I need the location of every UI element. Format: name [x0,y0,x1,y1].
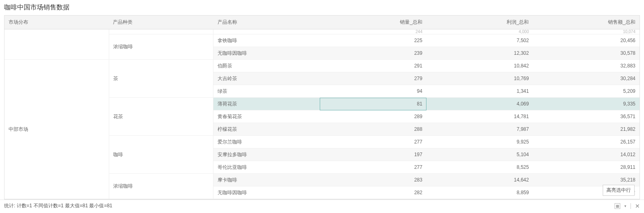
qty-cell[interactable]: 291 [320,60,426,72]
col-product[interactable]: 产品名称 [213,16,320,29]
status-text: 统计: 计数=1 不同值计数=1 最大值=81 最小值=81 [4,202,112,209]
product-cell: 伯爵茶 [213,60,320,72]
profit-cell[interactable]: 12,302 [426,47,533,60]
col-profit[interactable]: 利润_总和 [426,16,533,29]
col-market[interactable]: 市场分布 [4,16,109,29]
revenue-cell[interactable]: 32,883 [533,60,640,72]
product-cell: 无咖啡因咖啡 [213,186,320,199]
col-revenue[interactable]: 销售额_总和 [533,16,640,29]
profit-cell[interactable]: 14,642 [426,174,533,186]
revenue-cell[interactable]: 20,456 [533,34,640,47]
qty-cell[interactable]: 288 [320,123,426,136]
revenue-cell[interactable]: 14,012 [533,148,640,161]
table-row[interactable]: 244 4,000 10,074 [4,29,640,34]
close-icon[interactable]: ✕ [635,203,640,209]
qty-cell[interactable]: 239 [320,47,426,60]
revenue-cell[interactable]: 28,911 [533,161,640,174]
revenue-cell[interactable]: 9,335 [533,98,640,110]
profit-cell[interactable]: 10,842 [426,60,533,72]
data-table: 市场分布 产品种类 产品名称 销量_总和 利润_总和 销售额_总和 244 4,… [4,16,640,199]
qty-cell[interactable]: 94 [320,85,426,98]
product-cell: 大吉岭茶 [213,72,320,85]
product-cell: 无咖啡因咖啡 [213,47,320,60]
profit-cell[interactable]: 4,000 [426,29,533,34]
revenue-cell[interactable]: 26,157 [533,136,640,148]
profit-cell[interactable]: 10,769 [426,72,533,85]
market-cell: 中部市场 [4,60,109,199]
product-cell: 摩卡咖啡 [213,174,320,186]
profit-cell[interactable]: 4,069 [426,98,533,110]
product-cell: 薄荷花茶 [213,98,320,110]
category-cell: 花茶 [109,98,213,136]
category-cell: 浓缩咖啡 [109,174,213,199]
product-cell: 绿茶 [213,85,320,98]
page-title: 咖啡中国市场销售数据 [4,3,640,12]
product-cell: 哥伦比亚咖啡 [213,161,320,174]
revenue-cell[interactable]: 30,284 [533,72,640,85]
table-row[interactable]: 中部市场 茶 伯爵茶 291 10,842 32,883 [4,60,640,72]
profit-cell[interactable]: 8,859 [426,186,533,199]
market-cell [4,29,109,60]
col-category[interactable]: 产品种类 [109,16,213,29]
qty-cell[interactable]: 279 [320,72,426,85]
product-cell: 安摩拉多咖啡 [213,148,320,161]
revenue-cell[interactable]: 30,578 [533,47,640,60]
header-row: 市场分布 产品种类 产品名称 销量_总和 利润_总和 销售额_总和 [4,16,640,29]
product-cell: 爱尔兰咖啡 [213,136,320,148]
profit-cell[interactable]: 9,925 [426,136,533,148]
category-cell: 茶 [109,60,213,98]
status-bar: 统计: 计数=1 不同值计数=1 最大值=81 最小值=81 ▦ ▾ ✕ [0,200,644,212]
qty-cell[interactable]: 277 [320,161,426,174]
view-mode-icon[interactable]: ▦ [615,203,620,209]
product-cell: 拿铁咖啡 [213,34,320,47]
revenue-cell[interactable]: 5,209 [533,85,640,98]
revenue-cell[interactable]: 35,218 [533,174,640,186]
dropdown-icon[interactable]: ▾ [624,204,626,208]
qty-cell[interactable]: 277 [320,136,426,148]
qty-cell[interactable]: 244 [320,29,426,34]
product-cell: 黄春菊花茶 [213,110,320,123]
revenue-cell[interactable]: 36,571 [533,110,640,123]
profit-cell[interactable]: 5,104 [426,148,533,161]
category-cell: 浓缩咖啡 [109,34,213,60]
qty-cell[interactable]: 225 [320,34,426,47]
product-cell [213,29,320,34]
qty-cell-selected[interactable]: 81 [320,98,426,110]
profit-cell[interactable]: 14,781 [426,110,533,123]
data-table-container: 市场分布 产品种类 产品名称 销量_总和 利润_总和 销售额_总和 244 4,… [4,15,640,200]
profit-cell[interactable]: 8,525 [426,161,533,174]
profit-cell[interactable]: 7,502 [426,34,533,47]
profit-cell[interactable]: 7,987 [426,123,533,136]
profit-cell[interactable]: 1,341 [426,85,533,98]
product-cell: 柠檬花茶 [213,123,320,136]
qty-cell[interactable]: 197 [320,148,426,161]
qty-cell[interactable]: 289 [320,110,426,123]
revenue-cell[interactable]: 21,982 [533,123,640,136]
category-cell: 咖啡 [109,136,213,174]
category-cell [109,29,213,34]
revenue-cell[interactable]: 10,074 [533,29,640,34]
qty-cell[interactable]: 283 [320,174,426,186]
highlight-selected-row-button[interactable]: 高亮选中行 [603,185,635,196]
divider [631,203,631,209]
col-sales-qty[interactable]: 销量_总和 [320,16,426,29]
qty-cell[interactable]: 282 [320,186,426,199]
